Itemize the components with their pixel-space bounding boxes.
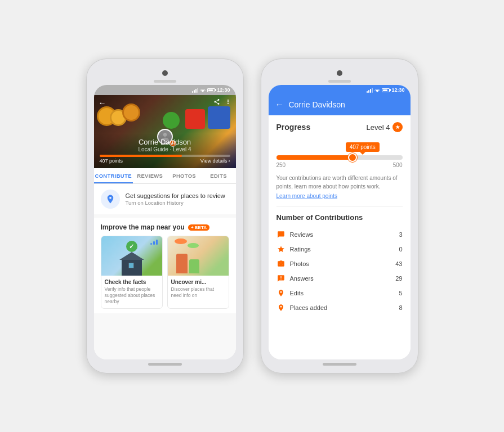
places-added-icon bbox=[276, 303, 286, 312]
tab-contribute[interactable]: CONTRIBUTE bbox=[94, 168, 133, 183]
divider bbox=[276, 206, 403, 206]
back-button-2[interactable]: ← bbox=[275, 100, 284, 110]
contributions-title: Number of Contributions bbox=[276, 213, 403, 222]
progress-title: Progress bbox=[276, 123, 311, 132]
signal-icon-2 bbox=[367, 88, 373, 93]
battery-icon-2 bbox=[382, 88, 390, 92]
ratings-count: 0 bbox=[399, 246, 402, 253]
edits-count: 5 bbox=[399, 290, 402, 296]
points-tooltip: 407 points bbox=[346, 142, 380, 152]
card-2-body: Uncover mi... Discover places that need … bbox=[168, 276, 229, 302]
progress-labels: 250 500 bbox=[276, 162, 403, 168]
hero-subtitle: Local Guide · Level 4 bbox=[100, 146, 230, 152]
phones-container: 12:30 ← bbox=[86, 58, 418, 374]
hero-progress-bar bbox=[100, 155, 230, 157]
photos-count: 43 bbox=[395, 260, 402, 267]
view-details-link[interactable]: View details › bbox=[200, 158, 230, 164]
phone-1-screen: 12:30 ← bbox=[94, 85, 236, 359]
profile-name-header: Corrie Davidson bbox=[289, 100, 345, 109]
phone-1: 12:30 ← bbox=[86, 58, 244, 374]
contribution-ratings: Ratings 0 bbox=[276, 242, 403, 256]
signal-icon-1 bbox=[192, 88, 198, 93]
progress-description: Your contributions are worth different a… bbox=[276, 174, 403, 191]
answers-label: Answers bbox=[290, 275, 314, 282]
hero-progress-fill bbox=[100, 155, 182, 157]
contribution-edits: Edits 5 bbox=[276, 286, 403, 300]
card-1-body: Check the facts Verify info that people … bbox=[101, 276, 162, 308]
hero-section: ← + bbox=[94, 95, 236, 168]
card-check-facts[interactable]: ✓ Check the facts Verify info bbox=[101, 236, 163, 309]
edits-icon bbox=[276, 289, 286, 298]
places-added-label: Places added bbox=[290, 304, 328, 311]
back-button[interactable]: ← bbox=[99, 98, 106, 107]
ratings-icon bbox=[276, 245, 286, 254]
home-bar-2 bbox=[323, 363, 356, 366]
wifi-dots bbox=[150, 240, 158, 245]
suggestion-text: Get suggestions for places to review Tur… bbox=[126, 192, 225, 206]
more-icon[interactable] bbox=[225, 98, 231, 105]
learn-more-link[interactable]: Learn more about points bbox=[276, 193, 403, 199]
improve-section: Improve the map near you + BETA bbox=[94, 218, 236, 313]
ratings-label: Ratings bbox=[290, 246, 311, 253]
edits-label: Edits bbox=[290, 290, 304, 296]
phone-1-content: Get suggestions for places to review Tur… bbox=[94, 184, 236, 359]
hero-name: Corrie Davidson bbox=[100, 138, 230, 146]
contribution-answers: Answers 29 bbox=[276, 271, 403, 286]
cards-row: ✓ Check the facts Verify info bbox=[101, 236, 229, 309]
card-2-image bbox=[168, 236, 229, 276]
share-icon[interactable] bbox=[213, 98, 220, 105]
answers-icon bbox=[276, 274, 286, 283]
suggestion-sub: Turn on Location History bbox=[126, 200, 225, 206]
reviews-icon bbox=[276, 230, 286, 239]
tab-edits[interactable]: EDITS bbox=[202, 168, 236, 183]
wifi-icon-2 bbox=[374, 88, 380, 92]
progress-min: 250 bbox=[276, 162, 286, 168]
tab-reviews[interactable]: REVIEWS bbox=[133, 168, 167, 183]
battery-icon-1 bbox=[207, 88, 215, 92]
speaker-2 bbox=[328, 80, 351, 83]
speaker-1 bbox=[154, 80, 176, 83]
beta-badge: + BETA bbox=[188, 224, 209, 231]
card-2-title: Uncover mi... bbox=[171, 279, 225, 285]
status-time-2: 12:30 bbox=[391, 87, 404, 93]
progress-bar-fill bbox=[276, 155, 356, 160]
card-1-image: ✓ bbox=[101, 236, 162, 276]
photos-icon bbox=[276, 259, 286, 268]
status-bar-2: 12:30 bbox=[269, 85, 411, 95]
hero-points-row: 407 points View details › bbox=[100, 158, 230, 164]
phone-2: 12:30 ← Corrie Davidson Progress Level 4… bbox=[261, 58, 418, 374]
contribution-photos: Photos 43 bbox=[276, 256, 403, 271]
improve-title: Improve the map near you + BETA bbox=[101, 223, 229, 231]
progress-section: Progress Level 4 ★ 407 points bbox=[276, 122, 403, 199]
phone2-content: Progress Level 4 ★ 407 points bbox=[269, 115, 411, 359]
card-uncover[interactable]: Uncover mi... Discover places that need … bbox=[167, 236, 229, 309]
progress-tooltip-area: 407 points bbox=[276, 141, 403, 152]
reviews-label: Reviews bbox=[290, 231, 314, 238]
level-circle-icon: ★ bbox=[393, 122, 403, 132]
progress-header: Progress Level 4 ★ bbox=[276, 122, 403, 132]
camera-2 bbox=[337, 70, 342, 76]
status-bar-1: 12:30 bbox=[94, 85, 236, 95]
check-icon: ✓ bbox=[126, 241, 137, 252]
answers-count: 29 bbox=[395, 275, 402, 282]
card-1-desc: Verify info that people suggested about … bbox=[105, 286, 159, 305]
places-added-count: 8 bbox=[399, 304, 402, 311]
suggestion-main: Get suggestions for places to review bbox=[126, 192, 225, 199]
contributions-section: Number of Contributions Reviews 3 bbox=[276, 213, 403, 315]
suggestion-card[interactable]: Get suggestions for places to review Tur… bbox=[94, 184, 236, 214]
card-2-desc: Discover places that need info on bbox=[171, 286, 225, 299]
hero-actions bbox=[213, 98, 231, 105]
tab-photos[interactable]: PHOTOS bbox=[167, 168, 202, 183]
hero-points: 407 points bbox=[100, 158, 123, 164]
photos-label: Photos bbox=[290, 260, 309, 267]
svg-point-0 bbox=[280, 262, 282, 264]
progress-max: 500 bbox=[393, 162, 403, 168]
level-badge: Level 4 ★ bbox=[367, 122, 403, 132]
progress-bar-container bbox=[276, 155, 403, 160]
contribution-places-added: Places added 8 bbox=[276, 300, 403, 315]
camera-1 bbox=[162, 70, 168, 76]
hero-overlay: Corrie Davidson Local Guide · Level 4 40… bbox=[94, 133, 236, 168]
home-bar-1 bbox=[148, 363, 182, 366]
location-icon bbox=[101, 190, 120, 209]
card-1-title: Check the facts bbox=[105, 279, 159, 285]
